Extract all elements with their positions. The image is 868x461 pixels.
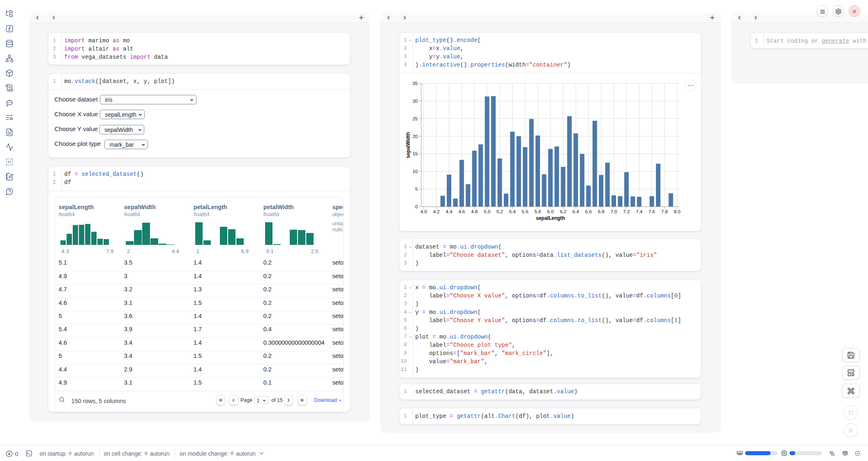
svg-text:8.0: 8.0 (674, 209, 681, 214)
svg-text:6.2: 6.2 (560, 209, 566, 214)
svg-text:15: 15 (413, 151, 418, 156)
svg-text:30: 30 (413, 98, 418, 103)
svg-text:6.0: 6.0 (547, 209, 554, 214)
svg-text:5: 5 (415, 187, 418, 191)
svg-text:5.8: 5.8 (534, 209, 541, 214)
svg-text:4.0: 4.0 (420, 209, 427, 214)
svg-text:5.6: 5.6 (522, 209, 529, 214)
svg-text:4.8: 4.8 (471, 209, 478, 214)
svg-text:4.6: 4.6 (458, 209, 465, 214)
svg-text:5.2: 5.2 (496, 209, 503, 214)
svg-text:sepalLength: sepalLength (536, 215, 565, 221)
svg-text:10: 10 (413, 169, 418, 174)
svg-text:35: 35 (413, 81, 418, 86)
svg-text:7.0: 7.0 (611, 209, 617, 214)
svg-text:4.4: 4.4 (446, 209, 453, 214)
svg-text:6.6: 6.6 (585, 209, 592, 214)
svg-text:7.2: 7.2 (623, 209, 630, 214)
svg-text:7.4: 7.4 (636, 209, 643, 214)
svg-text:sepalWidth: sepalWidth (405, 132, 411, 158)
svg-text:25: 25 (413, 116, 418, 121)
svg-text:5.0: 5.0 (484, 209, 490, 214)
svg-text:6.8: 6.8 (598, 209, 605, 214)
svg-text:7.8: 7.8 (661, 209, 668, 214)
svg-text:4.2: 4.2 (433, 209, 440, 214)
svg-text:5.4: 5.4 (509, 209, 516, 214)
svg-text:7.6: 7.6 (649, 209, 655, 214)
svg-text:0: 0 (415, 204, 418, 209)
svg-text:20: 20 (413, 134, 418, 138)
svg-text:6.4: 6.4 (573, 209, 579, 214)
